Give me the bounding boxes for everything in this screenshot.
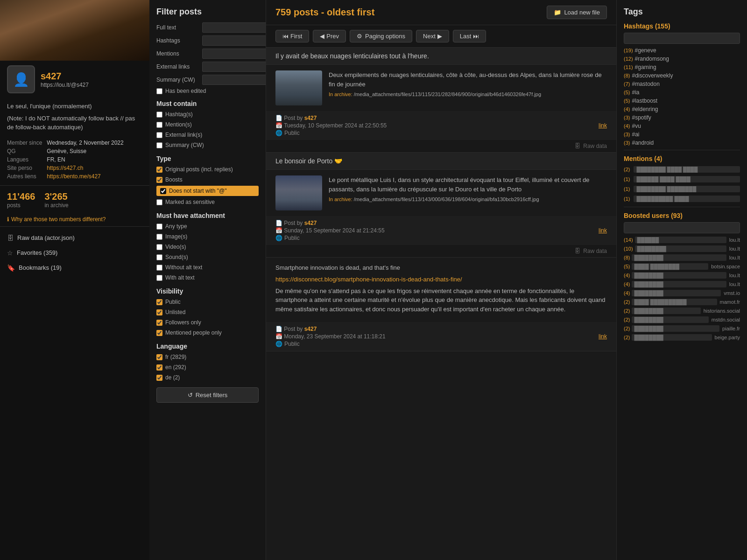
lang-en-checkbox[interactable] (156, 364, 162, 371)
with-alt-text-checkbox[interactable] (156, 275, 162, 281)
post-link[interactable]: link (599, 333, 607, 340)
raw-data-row[interactable]: 🗄 Raw data (266, 140, 616, 152)
first-button[interactable]: ⏮ First (275, 30, 309, 42)
reset-filters-button[interactable]: ↺ Reset filters (156, 387, 259, 403)
load-new-file-button[interactable]: 📁 Load new file (547, 6, 607, 19)
followers-only-checkbox[interactable] (156, 320, 162, 326)
archive-label: in archive (44, 202, 68, 209)
site-perso-link[interactable]: https://s427.ch (47, 165, 142, 171)
why-link[interactable]: ℹ Why are those two numbers different? (0, 214, 149, 226)
ext-link-checkbox[interactable] (156, 132, 162, 138)
tag-item[interactable]: (4)#vu (624, 122, 740, 129)
videos-label[interactable]: Video(s) (165, 244, 186, 250)
tag-item[interactable]: (19)#geneve (624, 47, 740, 54)
tag-item[interactable]: (5)#lastboost (624, 97, 740, 104)
does-not-start-label[interactable]: Does not start with "@" (169, 188, 226, 194)
last-button[interactable]: Last ⏭ (453, 30, 486, 42)
boosted-search-input[interactable] (624, 222, 740, 233)
tag-item[interactable]: (4)#eldenring (624, 105, 740, 112)
mentions-input[interactable] (202, 49, 266, 59)
autres-liens-link[interactable]: https://bento.me/s427 (47, 173, 142, 180)
with-alt-text-label[interactable]: With alt text (165, 274, 195, 281)
tag-item[interactable]: (3)#android (624, 139, 740, 146)
boosts-label[interactable]: Boosts (165, 176, 183, 183)
without-alt-text-checkbox[interactable] (156, 265, 162, 271)
summary-cw-label: Summary (CW) (156, 77, 198, 83)
post-date: 📅 Sunday, 15 September 2024 at 21:24:55 (275, 227, 385, 234)
lang-fr-checkbox[interactable] (156, 354, 162, 360)
without-alt-text-label[interactable]: Without alt text (165, 264, 202, 271)
external-links-input[interactable] (202, 62, 266, 72)
boost-count: (4) (624, 290, 630, 296)
marked-sensitive-label[interactable]: Marked as sensitive (165, 199, 215, 205)
videos-checkbox[interactable] (156, 244, 162, 250)
raw-data-row[interactable]: 🗄 Raw data (266, 245, 616, 257)
marked-sensitive-checkbox[interactable] (156, 199, 162, 205)
tag-item[interactable]: (3)#spotify (624, 114, 740, 121)
images-label[interactable]: Image(s) (165, 233, 187, 240)
favorites-link[interactable]: ☆ Favorites (359) (0, 245, 149, 260)
images-checkbox[interactable] (156, 234, 162, 240)
tag-item[interactable]: (7)#mastodon (624, 80, 740, 87)
any-type-row: Any type (156, 222, 259, 231)
post-link[interactable]: link (599, 122, 607, 129)
paging-options-button[interactable]: ⚙ Paging options (350, 30, 412, 42)
paging-options-label: Paging options (365, 33, 405, 40)
any-type-checkbox[interactable] (156, 224, 162, 230)
mention-check-label[interactable]: Mention(s) (165, 121, 192, 128)
boost-count: (4) (624, 281, 630, 287)
lang-fr-label[interactable]: fr (2829) (165, 354, 186, 360)
post-link[interactable]: link (599, 227, 607, 234)
profile-url[interactable]: https://lou.lt/@s427 (41, 82, 89, 88)
post-author[interactable]: s427 (304, 326, 317, 332)
tag-item[interactable]: (5)#ia (624, 89, 740, 96)
has-been-edited-checkbox[interactable] (156, 88, 162, 94)
post-author[interactable]: s427 (304, 115, 317, 121)
hashtag-checkbox[interactable] (156, 112, 162, 118)
lang-en-label[interactable]: en (292) (165, 364, 186, 371)
prev-button[interactable]: ◀ Prev (313, 30, 346, 42)
archive-path: /media_attachments/files/113/115/231/282… (354, 91, 541, 97)
sounds-label[interactable]: Sound(s) (165, 254, 188, 260)
public-checkbox[interactable] (156, 299, 162, 305)
mentioned-people-label[interactable]: Mentioned people only (165, 329, 222, 336)
raw-data-link[interactable]: 🗄 Raw data (actor.json) (0, 231, 149, 245)
followers-only-label[interactable]: Followers only (165, 319, 201, 326)
original-posts-checkbox[interactable] (156, 167, 162, 173)
public-label[interactable]: Public (165, 299, 181, 305)
unlisted-label[interactable]: Unlisted (165, 309, 185, 315)
tag-item[interactable]: (8)#discoverweekly (624, 72, 740, 79)
boosted-section-title: Boosted users (93) (624, 212, 740, 219)
tag-item[interactable]: (11)#gaming (624, 63, 740, 70)
does-not-start-checkbox[interactable] (160, 188, 166, 194)
boosts-checkbox[interactable] (156, 177, 162, 183)
next-button[interactable]: Next ▶ (416, 30, 449, 42)
summary-cw-input[interactable] (202, 75, 266, 85)
posts-order: posts - oldest first (294, 7, 374, 17)
unlisted-checkbox[interactable] (156, 309, 162, 315)
post-author[interactable]: s427 (304, 220, 317, 226)
mentioned-people-checkbox[interactable] (156, 330, 162, 336)
ext-link-check-label[interactable]: External link(s) (165, 132, 202, 138)
hashtags-input[interactable] (202, 35, 266, 46)
tag-item[interactable]: (3)#ai (624, 131, 740, 138)
hashtag-check-label[interactable]: Hashtag(s) (165, 111, 193, 118)
lang-de-label[interactable]: de (2) (165, 374, 180, 381)
tag-name: #randomsong (635, 56, 669, 62)
has-been-edited-label[interactable]: Has been edited (165, 88, 206, 94)
globe-icon: 🌐 (275, 130, 282, 136)
summary-check-label[interactable]: Summary (CW) (165, 142, 204, 148)
bookmarks-link[interactable]: 🔖 Bookmarks (19) (0, 260, 149, 275)
summary-checkbox[interactable] (156, 142, 162, 148)
tag-item[interactable]: (12)#randomsong (624, 55, 740, 62)
full-text-input[interactable] (202, 22, 266, 33)
any-type-label[interactable]: Any type (165, 223, 187, 230)
does-not-start-with-row[interactable]: Does not start with "@" (156, 186, 259, 196)
sounds-checkbox[interactable] (156, 254, 162, 260)
post-external-link[interactable]: https://disconnect.blog/smartphone-innov… (275, 276, 607, 283)
original-posts-label[interactable]: Original posts (incl. replies) (165, 166, 233, 173)
hashtags-search-input[interactable] (624, 33, 740, 44)
mention-checkbox[interactable] (156, 122, 162, 128)
filter-title: Filter posts (156, 7, 259, 17)
lang-de-checkbox[interactable] (156, 375, 162, 381)
